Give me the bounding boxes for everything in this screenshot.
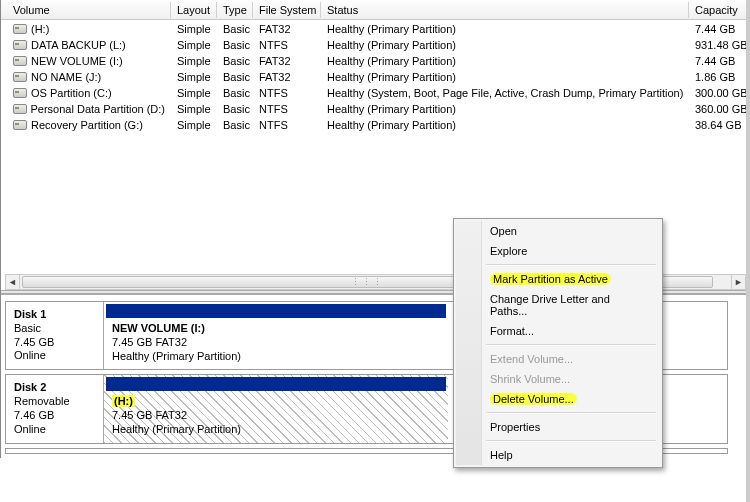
table-row[interactable]: (H:) Simple Basic FAT32 Healthy (Primary… [1, 20, 750, 36]
menu-item-shrink-volume: Shrink Volume... [456, 369, 660, 389]
drive-icon [13, 120, 27, 130]
cell-type: Basic [217, 23, 253, 35]
cell-layout: Simple [171, 23, 217, 35]
header-type[interactable]: Type [217, 2, 253, 18]
menu-item-delete-volume[interactable]: Delete Volume... [456, 389, 660, 409]
cell-volume: OS Partition (C:) [31, 87, 112, 99]
table-row[interactable]: DATA BACKUP (L:) Simple Basic NTFS Healt… [1, 36, 750, 52]
disk-type: Removable [14, 395, 95, 409]
cell-volume: Personal Data Partition (D:) [31, 103, 166, 115]
partition-header-bar [106, 304, 446, 318]
drive-icon [13, 104, 27, 114]
context-menu: Open Explore Mark Partition as Active Ch… [453, 218, 663, 468]
cell-volume: (H:) [31, 23, 49, 35]
cell-fs: FAT32 [253, 23, 321, 35]
menu-item-extend-volume: Extend Volume... [456, 349, 660, 369]
table-row[interactable]: NEW VOLUME (I:) Simple Basic FAT32 Healt… [1, 52, 750, 68]
table-row[interactable]: NO NAME (J:) Simple Basic FAT32 Healthy … [1, 68, 750, 84]
disk-name: Disk 1 [14, 308, 95, 322]
partition-block-selected[interactable]: (H:) 7.45 GB FAT32 Healthy (Primary Part… [104, 375, 448, 442]
scroll-left-icon[interactable]: ◄ [6, 275, 20, 289]
menu-separator [486, 344, 656, 346]
cell-capacity: 7.44 GB [689, 23, 749, 35]
table-row[interactable]: OS Partition (C:) Simple Basic NTFS Heal… [1, 84, 750, 100]
disk-state: Online [14, 349, 95, 363]
cell-volume: NEW VOLUME (I:) [31, 55, 123, 67]
menu-separator [486, 264, 656, 266]
window-edge [746, 0, 750, 502]
drive-icon [13, 40, 27, 50]
drive-icon [13, 56, 27, 66]
disk-state: Online [14, 423, 95, 437]
table-row[interactable]: Recovery Partition (G:) Simple Basic NTF… [1, 116, 750, 132]
header-volume[interactable]: Volume [7, 2, 171, 18]
table-header-row: Volume Layout Type File System Status Ca… [1, 0, 750, 20]
drive-icon [13, 24, 27, 34]
menu-item-format[interactable]: Format... [456, 321, 660, 341]
menu-item-explore[interactable]: Explore [456, 241, 660, 261]
cell-volume: NO NAME (J:) [31, 71, 101, 83]
disk-size: 7.45 GB [14, 336, 95, 350]
disk-type: Basic [14, 322, 95, 336]
menu-item-mark-active[interactable]: Mark Partition as Active [456, 269, 660, 289]
partition-name: (H:) [112, 395, 440, 409]
drive-icon [13, 88, 27, 98]
scroll-right-icon[interactable]: ► [731, 275, 745, 289]
cell-volume: DATA BACKUP (L:) [31, 39, 126, 51]
partition-block[interactable]: NEW VOLUME (I:) 7.45 GB FAT32 Healthy (P… [104, 302, 448, 369]
cell-volume: Recovery Partition (G:) [31, 119, 143, 131]
menu-item-change-drive-letter[interactable]: Change Drive Letter and Paths... [456, 289, 660, 321]
disk-meta: Disk 1 Basic 7.45 GB Online [6, 302, 104, 369]
partition-info: 7.45 GB FAT32 [112, 409, 440, 423]
menu-separator [486, 412, 656, 414]
partition-name: NEW VOLUME (I:) [112, 322, 440, 336]
table-row[interactable]: Personal Data Partition (D:) Simple Basi… [1, 100, 750, 116]
header-filesystem[interactable]: File System [253, 2, 321, 18]
drive-icon [13, 72, 27, 82]
menu-item-open[interactable]: Open [456, 221, 660, 241]
header-capacity[interactable]: Capacity [689, 2, 749, 18]
partition-status: Healthy (Primary Partition) [112, 423, 440, 437]
menu-item-properties[interactable]: Properties [456, 417, 660, 437]
disk-meta: Disk 2 Removable 7.46 GB Online [6, 375, 104, 442]
header-layout[interactable]: Layout [171, 2, 217, 18]
disk-size: 7.46 GB [14, 409, 95, 423]
header-status[interactable]: Status [321, 2, 689, 18]
menu-item-help[interactable]: Help [456, 445, 660, 465]
partition-header-bar [106, 377, 446, 391]
partition-info: 7.45 GB FAT32 [112, 336, 440, 350]
disk-name: Disk 2 [14, 381, 95, 395]
partition-status: Healthy (Primary Partition) [112, 350, 440, 364]
cell-status: Healthy (Primary Partition) [321, 23, 689, 35]
menu-separator [486, 440, 656, 442]
